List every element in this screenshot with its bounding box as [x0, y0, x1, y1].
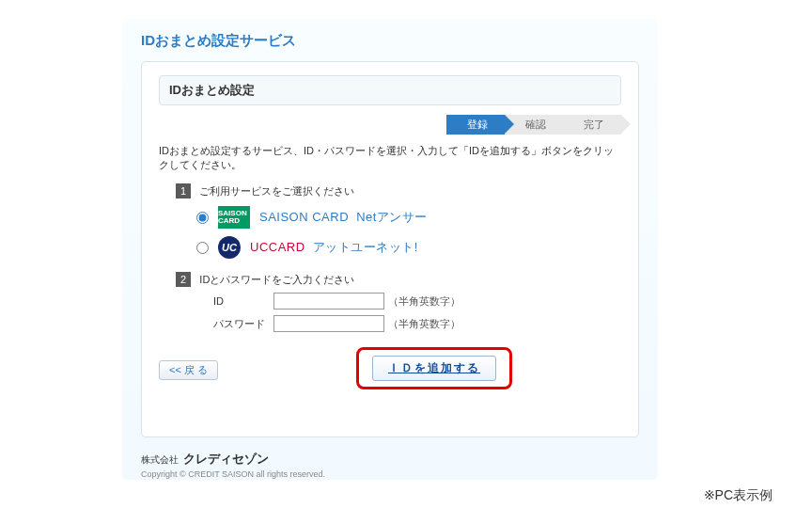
step-register: 登録: [446, 115, 505, 135]
uc-card-icon: UC: [218, 236, 241, 259]
instruction-text: IDおまとめ設定するサービス、ID・パスワードを選択・入力して「IDを追加する」…: [159, 144, 621, 172]
uc-brand: UCCARD: [250, 240, 305, 254]
company-name: クレディセゾン: [183, 452, 269, 466]
add-id-button[interactable]: ＩＤを追加する: [372, 356, 496, 381]
password-input[interactable]: [273, 315, 384, 332]
service-title: IDおまとめ設定サービス: [141, 32, 639, 50]
option-saison[interactable]: SAISON CARD SAISON CARD Netアンサー: [196, 206, 621, 229]
display-caption: ※PC表示例: [704, 487, 773, 504]
step-number-2: 2: [176, 272, 191, 287]
footer: 株式会社 クレディセゾン Copyright © CREDIT SAISON a…: [141, 451, 639, 479]
password-label: パスワード: [213, 317, 273, 331]
main-panel: IDおまとめ設定サービス IDおまとめ設定 登録 確認 完了 IDおまとめ設定す…: [122, 19, 658, 480]
step-indicator: 登録 確認 完了: [159, 115, 621, 135]
company-label: 株式会社: [141, 454, 179, 465]
primary-highlight: ＩＤを追加する: [356, 347, 512, 389]
credentials-group: 2 IDとパスワードをご入力ください ID （半角英数字） パスワード （半角英…: [176, 272, 621, 332]
step-label-2: IDとパスワードをご入力ください: [199, 274, 354, 285]
service-select-group: 1 ご利用サービスをご選択ください SAISON CARD SAISON CAR…: [176, 183, 621, 259]
id-label: ID: [213, 295, 273, 307]
id-input[interactable]: [273, 293, 384, 310]
password-row: パスワード （半角英数字）: [213, 315, 621, 332]
id-hint: （半角英数字）: [388, 294, 461, 309]
copyright: Copyright © CREDIT SAISON all rights res…: [141, 469, 639, 479]
uc-brand-label: UCCARD アットユーネット!: [250, 239, 418, 256]
saison-sub: Netアンサー: [356, 210, 428, 224]
saison-icon-text: SAISON CARD: [218, 210, 250, 225]
button-row: << 戻 る ＩＤを追加する: [159, 349, 621, 390]
radio-saison[interactable]: [196, 212, 209, 224]
uc-sub: アットユーネット!: [313, 240, 418, 254]
content-box: IDおまとめ設定 登録 確認 完了 IDおまとめ設定するサービス、ID・パスワー…: [141, 61, 639, 437]
saison-brand-label: SAISON CARD Netアンサー: [259, 209, 428, 226]
saison-brand: SAISON CARD: [259, 210, 349, 224]
option-uc[interactable]: UC UCCARD アットユーネット!: [196, 236, 621, 259]
step-number-1: 1: [176, 183, 191, 198]
id-row: ID （半角英数字）: [213, 293, 621, 310]
section-title: IDおまとめ設定: [159, 75, 621, 105]
step-label-1: ご利用サービスをご選択ください: [199, 185, 354, 197]
saison-card-icon: SAISON CARD: [218, 206, 250, 229]
password-hint: （半角英数字）: [388, 317, 461, 331]
back-button[interactable]: << 戻 る: [159, 360, 218, 380]
radio-uc[interactable]: [196, 242, 209, 254]
